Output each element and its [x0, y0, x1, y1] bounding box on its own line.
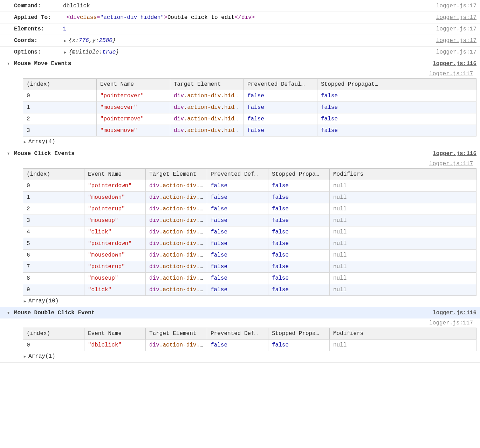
source-link[interactable]: logger.js:116	[433, 310, 476, 316]
table-cell: "mousemove"	[97, 125, 170, 136]
table-row[interactable]: 8"mouseup"div.action-div.hiddenfalsefals…	[23, 273, 476, 284]
table-cell: div.action-div.hidden	[146, 273, 207, 284]
table-cell: div.action-div.hidden	[146, 226, 207, 238]
table-row[interactable]: 2"pointermove"div.action-div.hiddenfalse…	[23, 113, 476, 125]
table-cell: "mouseup"	[84, 273, 146, 284]
column-header[interactable]: Prevented Defaul…	[244, 79, 317, 90]
console-group-header[interactable]: Mouse Double Click Eventlogger.js:116	[0, 307, 480, 318]
table-cell: false	[317, 102, 476, 113]
table-cell: false	[268, 180, 330, 192]
property-label: Command:	[14, 3, 63, 9]
expand-icon[interactable]	[63, 38, 67, 43]
source-link[interactable]: logger.js:117	[23, 69, 476, 78]
table-row[interactable]: 6"mousedown"div.action-div.hiddenfalsefa…	[23, 250, 476, 261]
column-header[interactable]: Prevented Def…	[207, 328, 268, 340]
column-header[interactable]: Target Element	[146, 169, 207, 180]
table-row[interactable]: 5"pointerdown"div.action-div.hiddenfalse…	[23, 238, 476, 250]
table-cell: null	[330, 250, 476, 261]
table-cell: false	[244, 102, 317, 113]
table-row[interactable]: 3"mouseup"div.action-div.hiddenfalsefals…	[23, 215, 476, 226]
table-row[interactable]: 9"click"div.action-div.hiddenfalsefalsen…	[23, 284, 476, 296]
collapse-icon[interactable]	[6, 311, 11, 315]
table-cell: null	[330, 284, 476, 296]
table-cell: div.action-div.hidden	[146, 238, 207, 250]
source-link[interactable]: logger.js:17	[436, 3, 476, 9]
table-row[interactable]: 0"dblclick"div.action-div.hiddenfalsefal…	[23, 340, 476, 351]
array-summary[interactable]: Array(4)	[23, 136, 476, 148]
table-cell: "dblclick"	[84, 340, 146, 351]
table-cell: null	[330, 273, 476, 284]
table-cell: 5	[23, 238, 84, 250]
column-header[interactable]: Event Name	[84, 169, 146, 180]
console-group-header[interactable]: Mouse Move Eventslogger.js:116	[0, 58, 480, 69]
table-cell: false	[268, 340, 330, 351]
collapse-icon[interactable]	[6, 152, 11, 156]
column-header[interactable]: Stopped Propa…	[268, 328, 330, 340]
table-cell: "pointerover"	[97, 90, 170, 102]
source-link[interactable]: logger.js:116	[433, 150, 476, 157]
property-value: {x: 776, y: 2580}	[63, 37, 436, 44]
table-row[interactable]: 3"mousemove"div.action-div.hiddenfalsefa…	[23, 125, 476, 136]
source-link[interactable]: logger.js:117	[23, 159, 476, 168]
table-cell: null	[330, 238, 476, 250]
table-cell: false	[317, 125, 476, 136]
table-cell: false	[207, 261, 268, 273]
table-row[interactable]: 0"pointerover"div.action-div.hiddenfalse…	[23, 90, 476, 102]
table-cell: 2	[23, 113, 97, 125]
property-value: dblclick	[63, 3, 436, 9]
table-cell: false	[268, 250, 330, 261]
table-cell: div.action-div.hidden	[146, 340, 207, 351]
column-header[interactable]: (index)	[23, 79, 97, 90]
property-label: Applied To:	[14, 14, 63, 21]
column-header[interactable]: Stopped Propa…	[268, 169, 330, 180]
column-header[interactable]: (index)	[23, 169, 84, 180]
column-header[interactable]: Modifiers	[330, 169, 476, 180]
column-header[interactable]: Target Element	[146, 328, 207, 340]
column-header[interactable]: Target Element	[170, 79, 244, 90]
table-cell: "mouseup"	[84, 215, 146, 226]
table-row[interactable]: 1"mouseover"div.action-div.hiddenfalsefa…	[23, 102, 476, 113]
expand-icon[interactable]	[23, 140, 27, 144]
console-property-row: Applied To: <div class="action-div hidde…	[0, 12, 480, 23]
column-header[interactable]: Prevented Def…	[207, 169, 268, 180]
column-header[interactable]: Modifiers	[330, 328, 476, 340]
table-cell: 0	[23, 180, 84, 192]
table-cell: div.action-div.hidden	[146, 261, 207, 273]
column-header[interactable]: Stopped Propagat…	[317, 79, 476, 90]
table-cell: "click"	[84, 226, 146, 238]
table-cell: "pointerup"	[84, 203, 146, 215]
expand-icon[interactable]	[23, 354, 27, 359]
expand-icon[interactable]	[23, 299, 27, 303]
source-link[interactable]: logger.js:116	[433, 61, 476, 67]
table-row[interactable]: 4"click"div.action-div.hiddenfalsefalsen…	[23, 226, 476, 238]
table-cell: false	[207, 250, 268, 261]
table-row[interactable]: 7"pointerup"div.action-div.hiddenfalsefa…	[23, 261, 476, 273]
column-header[interactable]: (index)	[23, 328, 84, 340]
table-cell: false	[268, 203, 330, 215]
table-cell: false	[268, 273, 330, 284]
array-summary[interactable]: Array(1)	[23, 351, 476, 362]
collapse-icon[interactable]	[6, 62, 11, 66]
source-link[interactable]: logger.js:17	[436, 49, 476, 55]
group-title: Mouse Double Click Event	[14, 310, 95, 316]
table-cell: 8	[23, 273, 84, 284]
table-row[interactable]: 2"pointerup"div.action-div.hiddenfalsefa…	[23, 203, 476, 215]
source-link[interactable]: logger.js:17	[436, 37, 476, 44]
table-cell: false	[317, 113, 476, 125]
table-cell: null	[330, 203, 476, 215]
console-group-header[interactable]: Mouse Click Eventslogger.js:116	[0, 148, 480, 159]
property-label: Options:	[14, 49, 63, 55]
column-header[interactable]: Event Name	[84, 328, 146, 340]
column-header[interactable]: Event Name	[97, 79, 170, 90]
source-link[interactable]: logger.js:117	[23, 318, 476, 328]
table-row[interactable]: 0"pointerdown"div.action-div.hiddenfalse…	[23, 180, 476, 192]
expand-icon[interactable]	[63, 50, 67, 55]
table-cell: "mouseover"	[97, 102, 170, 113]
table-cell: null	[330, 192, 476, 203]
source-link[interactable]: logger.js:17	[436, 26, 476, 32]
array-summary[interactable]: Array(10)	[23, 296, 476, 307]
source-link[interactable]: logger.js:17	[436, 14, 476, 21]
property-label: Coords:	[14, 37, 63, 44]
table-cell: false	[244, 90, 317, 102]
table-row[interactable]: 1"mousedown"div.action-div.hiddenfalsefa…	[23, 192, 476, 203]
